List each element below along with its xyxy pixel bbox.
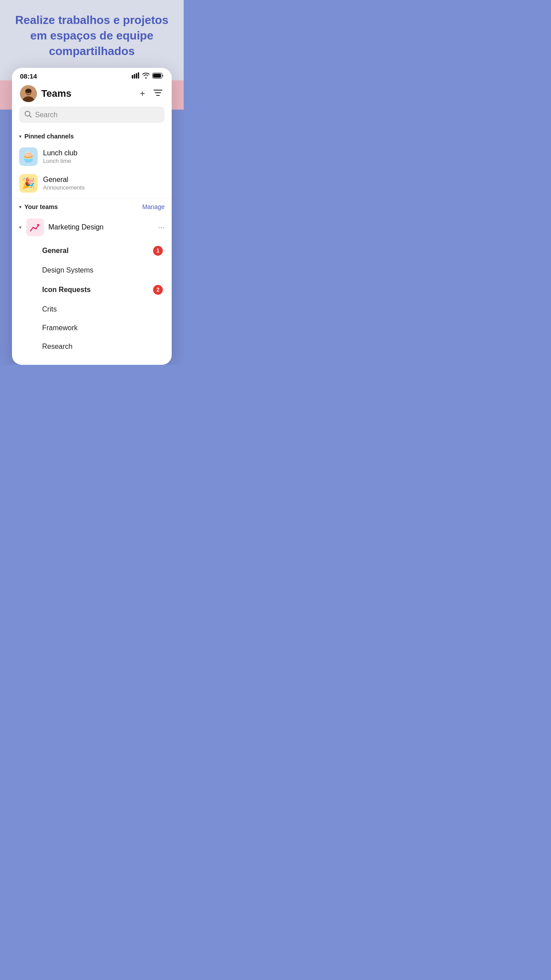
channel-item-lunch-club[interactable]: 🧁 Lunch club Lunch time <box>12 143 172 170</box>
your-teams-header: ▾ Your teams Manage <box>12 201 172 214</box>
lunch-club-icon: 🧁 <box>19 147 38 166</box>
your-teams-chevron: ▾ <box>19 204 22 210</box>
general-sub: Announcements <box>43 184 165 191</box>
pinned-channels-header: ▾ Pinned channels <box>12 130 172 143</box>
header-actions: + <box>139 88 164 100</box>
header-title: Teams <box>41 88 134 99</box>
sub-channel-framework[interactable]: Framework <box>12 319 172 337</box>
svg-rect-1 <box>134 74 135 79</box>
add-button[interactable]: + <box>139 88 146 100</box>
channel-item-general-announcements[interactable]: 🎉 General Announcements <box>12 170 172 197</box>
sub-channel-general[interactable]: General 1 <box>12 241 172 261</box>
sub-channel-design-systems-name: Design Systems <box>42 266 94 274</box>
sub-channel-crits-name: Crits <box>42 305 57 313</box>
svg-rect-0 <box>132 75 133 79</box>
sub-channel-research-name: Research <box>42 343 72 351</box>
sub-channel-icon-requests[interactable]: Icon Requests 2 <box>12 280 172 300</box>
svg-rect-5 <box>153 74 161 78</box>
section-divider <box>12 198 172 199</box>
battery-icon <box>152 73 164 80</box>
lunch-club-sub: Lunch time <box>43 158 165 164</box>
marketing-design-name: Marketing Design <box>48 223 153 231</box>
avatar[interactable] <box>20 85 37 102</box>
pinned-channels-title: Pinned channels <box>24 133 74 140</box>
team-expand-chevron: ▾ <box>19 225 22 230</box>
search-bar[interactable]: Search <box>19 107 165 123</box>
wifi-icon <box>142 72 150 80</box>
phone-card: 08:14 <box>12 68 172 365</box>
header: Teams + <box>12 82 172 107</box>
svg-rect-3 <box>138 72 139 79</box>
status-icons <box>132 72 164 80</box>
sub-channel-general-badge: 1 <box>153 246 163 256</box>
status-time: 08:14 <box>20 72 37 80</box>
team-item-marketing-design[interactable]: ▾ Marketing Design ··· <box>12 214 172 241</box>
filter-button[interactable] <box>152 88 164 100</box>
svg-line-15 <box>29 115 31 117</box>
sub-channel-icon-requests-badge: 2 <box>153 285 163 295</box>
search-input-placeholder: Search <box>35 111 58 119</box>
sub-channel-icon-requests-name: Icon Requests <box>42 286 91 294</box>
pinned-channels-chevron: ▾ <box>19 134 22 139</box>
lunch-club-name: Lunch club <box>43 149 165 157</box>
signal-icon <box>132 72 140 80</box>
sub-channel-general-name: General <box>42 247 69 255</box>
sub-channel-design-systems[interactable]: Design Systems <box>12 261 172 280</box>
general-icon: 🎉 <box>19 174 38 193</box>
svg-rect-2 <box>136 73 137 79</box>
svg-rect-16 <box>29 221 41 233</box>
your-teams-title: Your teams <box>24 203 58 210</box>
hero-text: Realize trabalhos e projetos em espaços … <box>0 0 184 68</box>
svg-point-10 <box>25 89 31 93</box>
marketing-design-icon <box>26 218 44 236</box>
sub-channel-research[interactable]: Research <box>12 337 172 356</box>
team-more-options[interactable]: ··· <box>158 223 165 232</box>
search-icon <box>24 111 31 119</box>
sub-channel-crits[interactable]: Crits <box>12 300 172 319</box>
sub-channel-framework-name: Framework <box>42 324 78 332</box>
status-bar: 08:14 <box>12 68 172 82</box>
manage-link[interactable]: Manage <box>142 203 165 210</box>
general-name: General <box>43 176 165 184</box>
